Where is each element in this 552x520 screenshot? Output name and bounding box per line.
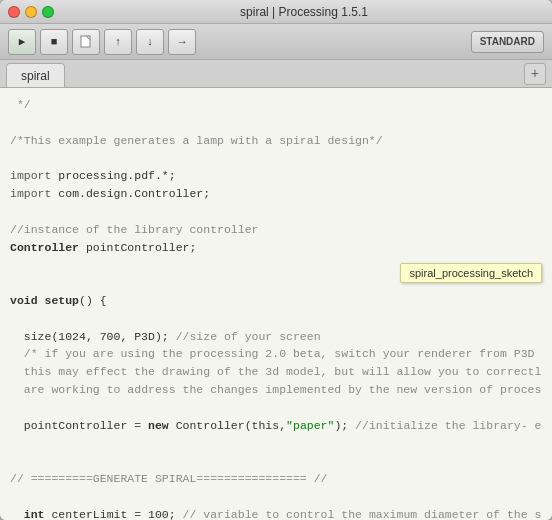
upload-button[interactable]: ↑ xyxy=(104,29,132,55)
stop-button[interactable]: ■ xyxy=(40,29,68,55)
title-bar: spiral | Processing 1.5.1 xyxy=(0,0,552,24)
new-button[interactable] xyxy=(72,29,100,55)
code-content: */ /*This example generates a lamp with … xyxy=(10,96,542,520)
play-button[interactable]: ▶ xyxy=(8,29,36,55)
maximize-button[interactable] xyxy=(42,6,54,18)
code-editor[interactable]: */ /*This example generates a lamp with … xyxy=(0,88,552,520)
close-button[interactable] xyxy=(8,6,20,18)
minimize-button[interactable] xyxy=(25,6,37,18)
download-button[interactable]: ↓ xyxy=(136,29,164,55)
main-window: spiral | Processing 1.5.1 ▶ ■ ↑ ↓ → STAN… xyxy=(0,0,552,520)
forward-button[interactable]: → xyxy=(168,29,196,55)
tooltip: spiral_processing_sketch xyxy=(400,263,542,283)
window-buttons xyxy=(8,6,54,18)
window-title: spiral | Processing 1.5.1 xyxy=(64,5,544,19)
add-tab-button[interactable]: + xyxy=(524,63,546,85)
toolbar: ▶ ■ ↑ ↓ → STANDARD xyxy=(0,24,552,60)
tab-spiral[interactable]: spiral xyxy=(6,63,65,87)
standard-button[interactable]: STANDARD xyxy=(471,31,544,53)
tab-bar: spiral + xyxy=(0,60,552,88)
new-file-icon xyxy=(79,35,93,49)
